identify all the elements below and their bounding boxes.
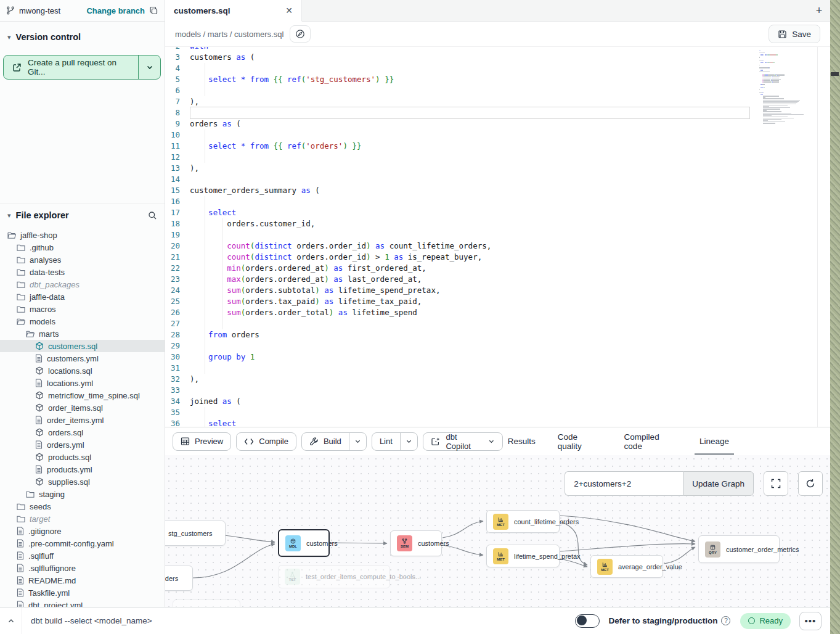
- tab-code-quality[interactable]: Code quality: [558, 427, 602, 455]
- build-dropdown[interactable]: [349, 433, 366, 450]
- code-line-6[interactable]: 6: [165, 85, 750, 96]
- dbt-copilot-button[interactable]: dbt Copilot: [423, 432, 502, 451]
- tree-item--pre-commit-config-yaml[interactable]: .pre-commit-config.yaml: [0, 537, 165, 550]
- code-line-21[interactable]: 21 count(distinct orders.order_id) > 1 a…: [165, 252, 750, 263]
- tree-item-analyses[interactable]: analyses: [0, 253, 165, 266]
- code-line-27[interactable]: 27: [165, 318, 750, 329]
- lineage-node-orders[interactable]: MDLorders: [165, 566, 193, 591]
- search-icon[interactable]: [148, 211, 157, 220]
- tab-compiled-code[interactable]: Compiled code: [624, 427, 677, 455]
- code-line-12[interactable]: 12: [165, 152, 750, 163]
- code-line-3[interactable]: 3customers as (: [165, 52, 750, 63]
- defer-toggle[interactable]: [575, 614, 600, 628]
- code-line-23[interactable]: 23 max(orders.ordered_at) as last_ordere…: [165, 274, 750, 285]
- code-line-8[interactable]: 8: [165, 107, 750, 118]
- tree-item-target[interactable]: target: [0, 513, 165, 525]
- tree-item-marts[interactable]: marts: [0, 327, 165, 340]
- code-editor[interactable]: 2with3customers as (45 select * from {{ …: [165, 47, 830, 427]
- tree-item-staging[interactable]: staging: [0, 488, 165, 500]
- more-options-button[interactable]: •••: [799, 612, 822, 630]
- tree-item-products-yml[interactable]: products.yml: [0, 463, 165, 476]
- save-button[interactable]: Save: [769, 25, 820, 43]
- code-line-31[interactable]: 31: [165, 363, 750, 374]
- create-pr-button[interactable]: Create a pull request on Git...: [3, 55, 161, 80]
- lineage-node-customers_sem[interactable]: SEMcustomers: [390, 530, 442, 556]
- code-line-20[interactable]: 20 count(distinct orders.order_id) as co…: [165, 241, 750, 252]
- chevron-down-icon[interactable]: ▾: [7, 212, 11, 220]
- code-line-4[interactable]: 4: [165, 63, 750, 74]
- code-line-33[interactable]: 33: [165, 385, 750, 396]
- code-line-9[interactable]: 9orders as (: [165, 118, 750, 130]
- lineage-node-ghost_bottom[interactable]: [173, 599, 240, 607]
- lineage-node-customer_order_metrics[interactable]: QRYcustomer_order_metrics: [698, 535, 780, 563]
- tree-item-locations-yml[interactable]: locations.yml: [0, 377, 165, 389]
- update-graph-button[interactable]: Update Graph: [683, 471, 754, 496]
- code-line-11[interactable]: 11 select * from {{ ref('orders') }}: [165, 141, 750, 152]
- code-line-32[interactable]: 32),: [165, 374, 750, 385]
- tree-item--gitignore[interactable]: .gitignore: [0, 525, 165, 537]
- code-line-14[interactable]: 14: [165, 174, 750, 185]
- lineage-selector-input[interactable]: [565, 471, 683, 496]
- lineage-node-average_order_value[interactable]: METaverage_order_value: [590, 555, 663, 578]
- tree-item-customers-sql[interactable]: customers.sql: [0, 340, 165, 352]
- code-line-30[interactable]: 30 group by 1: [165, 352, 750, 363]
- lint-dropdown[interactable]: [400, 433, 418, 450]
- code-line-13[interactable]: 13),: [165, 163, 750, 174]
- lineage-node-stg_customers[interactable]: MDLstg_customers: [165, 521, 226, 546]
- compile-button[interactable]: Compile: [236, 432, 296, 451]
- code-line-18[interactable]: 18 orders.customer_id,: [165, 218, 750, 229]
- lineage-node-customers_mdl[interactable]: MDLcustomers: [278, 529, 330, 557]
- tab-customers-sql[interactable]: customers.sql ✕: [165, 0, 302, 22]
- code-line-22[interactable]: 22 min(orders.ordered_at) as first_order…: [165, 263, 750, 274]
- editor-scrollbar-thumb[interactable]: [831, 72, 839, 76]
- build-button[interactable]: Build: [302, 433, 349, 450]
- close-icon[interactable]: ✕: [285, 6, 293, 15]
- code-line-26[interactable]: 26 sum(orders.order_total) as lifetime_s…: [165, 307, 750, 318]
- tree-item-seeds[interactable]: seeds: [0, 500, 165, 513]
- fullscreen-icon[interactable]: [764, 471, 788, 496]
- code-line-35[interactable]: 35: [165, 407, 750, 418]
- code-line-24[interactable]: 24 sum(orders.subtotal) as lifetime_spen…: [165, 285, 750, 296]
- tree-item-locations-sql[interactable]: locations.sql: [0, 364, 165, 377]
- code-line-28[interactable]: 28 from orders: [165, 329, 750, 340]
- chevron-up-icon[interactable]: [0, 607, 22, 634]
- command-input[interactable]: dbt build --select <model_name>: [31, 616, 575, 625]
- tree-item-order-items-yml[interactable]: order_items.yml: [0, 414, 165, 426]
- tree-item-data-tests[interactable]: data-tests: [0, 266, 165, 278]
- tree-item-readme-md[interactable]: README.md: [0, 574, 165, 587]
- editor-scrollbar-track[interactable]: [817, 47, 818, 427]
- refresh-icon[interactable]: [798, 471, 823, 496]
- code-line-16[interactable]: 16: [165, 196, 750, 207]
- code-line-15[interactable]: 15customer_orders_summary as (: [165, 185, 750, 196]
- tab-lineage[interactable]: Lineage: [699, 427, 729, 455]
- tree-item-macros[interactable]: macros: [0, 303, 165, 315]
- editor-minimap[interactable]: [759, 51, 813, 124]
- version-control-header[interactable]: ▾ Version control: [0, 28, 165, 46]
- tree-item-dbt-packages[interactable]: dbt_packages: [0, 278, 165, 290]
- code-line-10[interactable]: 10: [165, 130, 750, 141]
- code-line-2[interactable]: 2with: [165, 47, 750, 52]
- tree-item-taskfile-yml[interactable]: Taskfile.yml: [0, 587, 165, 599]
- code-line-36[interactable]: 36 select: [165, 418, 750, 427]
- tree-item-jaffle-data[interactable]: jaffle-data: [0, 290, 165, 303]
- tab-results[interactable]: Results: [508, 427, 536, 455]
- tree-item-orders-yml[interactable]: orders.yml: [0, 438, 165, 451]
- lineage-node-count_lifetime_orders[interactable]: METcount_lifetime_orders: [486, 510, 560, 533]
- preview-button[interactable]: Preview: [173, 432, 231, 451]
- code-line-34[interactable]: 34joined as (: [165, 396, 750, 407]
- tree-item--github[interactable]: .github: [0, 241, 165, 253]
- tree-item-jaffle-shop[interactable]: jaffle-shop: [0, 229, 165, 241]
- copy-icon[interactable]: [149, 6, 158, 15]
- tree-item-orders-sql[interactable]: orders.sql: [0, 426, 165, 438]
- code-line-25[interactable]: 25 sum(orders.tax_paid) as lifetime_tax_…: [165, 296, 750, 307]
- tree-item-order-items-sql[interactable]: order_items.sql: [0, 401, 165, 414]
- lineage-node-test_node[interactable]: TSTtest_order_items_compute_to_bools...: [278, 565, 390, 588]
- tree-item--sqlfluff[interactable]: .sqlfluff: [0, 550, 165, 562]
- lineage-node-lifetime_spend_pretax[interactable]: METlifetime_spend_pretax: [486, 545, 560, 567]
- new-tab-button[interactable]: +: [808, 0, 830, 21]
- tree-item-metricflow-time-spine-sql[interactable]: metricflow_time_spine.sql: [0, 389, 165, 401]
- tree-item-products-sql[interactable]: products.sql: [0, 451, 165, 463]
- create-pr-dropdown[interactable]: [138, 56, 160, 79]
- code-line-29[interactable]: 29: [165, 340, 750, 352]
- help-icon[interactable]: ?: [721, 616, 730, 625]
